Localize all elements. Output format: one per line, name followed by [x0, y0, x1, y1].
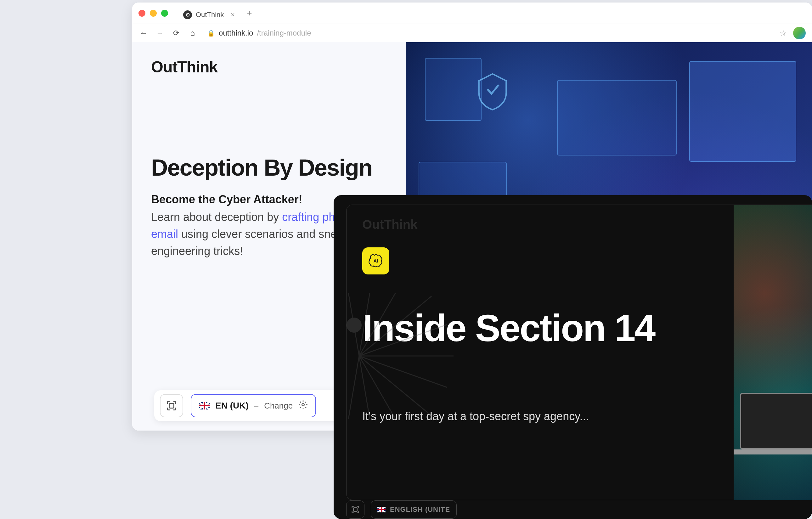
- tab-title: OutThink: [196, 11, 224, 19]
- capture-button[interactable]: [160, 394, 183, 417]
- svg-point-1: [302, 403, 304, 406]
- profile-avatar[interactable]: [793, 27, 806, 39]
- svg-line-8: [359, 356, 432, 416]
- back-button[interactable]: ←: [139, 28, 149, 38]
- window-controls: [139, 10, 168, 17]
- forward-button[interactable]: →: [155, 28, 165, 38]
- ai-badge: AI: [362, 248, 389, 275]
- url-field[interactable]: 🔒 outthink.io/training-module: [207, 29, 311, 37]
- sunburst-decoration: [346, 293, 460, 419]
- minimize-window-button[interactable]: [150, 10, 157, 17]
- tab-favicon: ⊙: [183, 10, 192, 19]
- svg-rect-14: [353, 508, 357, 512]
- capture-icon: [351, 505, 360, 514]
- overlay-hero-image: [734, 205, 812, 500]
- svg-line-4: [359, 296, 432, 356]
- browser-address-bar: ← → ⟳ ⌂ 🔒 outthink.io/training-module ☆: [132, 24, 812, 42]
- laptop-illustration: [740, 393, 812, 450]
- capture-icon: [166, 400, 177, 411]
- maximize-window-button[interactable]: [161, 10, 168, 17]
- overlay-left-panel: OutThink AI Inside Section 14 It's your …: [347, 205, 734, 500]
- bookmark-icon[interactable]: ☆: [780, 28, 787, 38]
- overlay-inner: OutThink AI Inside Section 14 It's your …: [346, 205, 812, 500]
- svg-line-12: [346, 356, 359, 419]
- shield-icon: [475, 70, 510, 111]
- overlay-language-label: ENGLISH (UNITE: [390, 506, 450, 514]
- link-crafting[interactable]: crafting: [282, 210, 319, 224]
- overlay-toolbar: ENGLISH (UNITE: [346, 500, 457, 519]
- flag-uk-icon: [377, 507, 385, 512]
- svg-line-9: [359, 356, 406, 419]
- overlay-capture-button[interactable]: [346, 500, 365, 519]
- url-path: /training-module: [257, 29, 311, 37]
- body-text-prefix: Learn about deception by: [151, 210, 282, 224]
- language-label: EN (UK): [215, 401, 249, 411]
- page-title: Deception By Design: [151, 155, 387, 180]
- close-window-button[interactable]: [139, 10, 145, 17]
- new-tab-button[interactable]: +: [247, 8, 252, 18]
- flag-uk-icon: [199, 402, 210, 409]
- svg-line-10: [359, 356, 375, 419]
- gear-icon[interactable]: [298, 400, 308, 412]
- svg-line-5: [359, 293, 406, 356]
- home-button[interactable]: ⌂: [187, 28, 198, 38]
- brand-logo: OutThink: [151, 58, 387, 76]
- body-text-mid: [319, 210, 322, 224]
- decoration-dot: [347, 318, 361, 333]
- divider: –: [254, 401, 258, 410]
- language-selector[interactable]: EN (UK) – Change: [191, 394, 316, 417]
- overlay-brand-logo: OutThink: [362, 218, 718, 232]
- overlay-language-selector[interactable]: ENGLISH (UNITE: [371, 500, 457, 519]
- lock-icon: 🔒: [207, 29, 215, 37]
- svg-line-3: [359, 324, 447, 356]
- change-label: Change: [264, 401, 293, 411]
- browser-tab-bar: ⊙ OutThink × +: [132, 2, 812, 24]
- svg-text:AI: AI: [374, 258, 378, 263]
- ai-brain-icon: AI: [367, 252, 385, 270]
- svg-line-7: [359, 356, 447, 387]
- overlay-window: OutThink AI Inside Section 14 It's your …: [334, 195, 812, 519]
- svg-rect-0: [169, 403, 174, 408]
- tab-close-icon[interactable]: ×: [231, 11, 235, 19]
- browser-tab[interactable]: ⊙ OutThink ×: [177, 7, 240, 22]
- reload-button[interactable]: ⟳: [171, 28, 181, 38]
- url-domain: outthink.io: [219, 29, 253, 37]
